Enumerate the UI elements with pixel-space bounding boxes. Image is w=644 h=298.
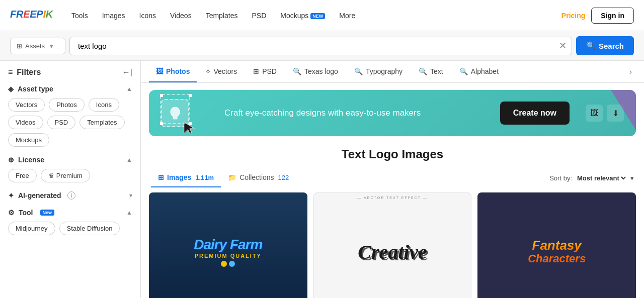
create-now-button[interactable]: Create now	[500, 102, 570, 125]
search-button[interactable]: 🔍 Search	[576, 36, 634, 55]
chip-vectors[interactable]: Vectors	[8, 98, 45, 112]
search-icon: 🔍	[586, 41, 596, 50]
sidebar-header: ≡ Filters ←|	[8, 68, 132, 77]
banner-text: Craft eye-catching designs with easy-to-…	[199, 108, 490, 118]
info-icon: i	[67, 191, 75, 200]
image-card-fantasy[interactable]: Fantasy Characters	[477, 192, 636, 298]
chip-templates[interactable]: Templates	[79, 116, 124, 129]
license-toggle: ▲	[126, 156, 132, 163]
chip-icons[interactable]: Icons	[89, 98, 119, 112]
crown-icon: ♛	[48, 172, 54, 179]
tool-chips: Midjourney Stable Diffusion	[8, 222, 132, 235]
dairy-subtitle: PREMIUM QUALITY	[194, 253, 262, 259]
tool-section: ⚙ Tool New ▲ Midjourney Stable Diffusion	[8, 209, 132, 235]
dairy-farm-text: Dairy Farm PREMIUM QUALITY	[194, 237, 262, 267]
nav-right: Pricing Sign in	[561, 8, 634, 24]
ai-generated-section: ✦ AI-generated i ▾	[8, 191, 132, 200]
vector-icon: ⟡	[206, 67, 210, 75]
images-count: 1.11m	[195, 174, 214, 181]
chip-stable-diffusion[interactable]: Stable Diffusion	[59, 222, 120, 235]
images-icon: ⊞	[158, 173, 164, 181]
image-card-creative[interactable]: — VECTOR TEXT EFFECT — Creative — FULLY …	[313, 192, 472, 298]
tool-icon: ⚙	[8, 209, 15, 217]
fantasy-line2: Characters	[528, 252, 586, 265]
sort-select[interactable]: Most relevant Newest Most popular	[575, 174, 627, 182]
promo-banner: Craft eye-catching designs with easy-to-…	[149, 90, 636, 136]
photo-icon: 🖼	[156, 67, 163, 75]
sidebar: ≡ Filters ←| ◈ Asset type ▲ Vectors Phot…	[0, 61, 141, 298]
creative-header-text: — VECTOR TEXT EFFECT —	[357, 196, 428, 200]
filter-icon: ≡	[8, 68, 13, 77]
filter-tab-alphabet[interactable]: 🔍 Alphabet	[452, 61, 506, 82]
nav-more[interactable]: More	[333, 9, 361, 23]
collections-icon: 📁	[228, 173, 236, 181]
filter-tab-texas[interactable]: 🔍 Texas logo	[286, 61, 345, 82]
license-icon: ⊕	[8, 156, 14, 164]
main-layout: ≡ Filters ←| ◈ Asset type ▲ Vectors Phot…	[0, 61, 644, 298]
results-tab-group: ⊞ Images 1.11m 📁 Collections 122	[151, 168, 296, 187]
search-icon-texas: 🔍	[293, 67, 301, 75]
nav-images[interactable]: Images	[96, 9, 131, 23]
search-icon-alphabet: 🔍	[459, 67, 468, 75]
filter-tab-typography[interactable]: 🔍 Typography	[347, 61, 410, 82]
chip-midjourney[interactable]: Midjourney	[8, 222, 55, 235]
pricing-link[interactable]: Pricing	[561, 12, 585, 20]
chip-premium[interactable]: ♛Premium	[41, 169, 90, 182]
asset-type-chips: Vectors Photos Icons Videos PSD Template…	[8, 98, 132, 147]
dairy-title: Dairy Farm	[194, 237, 262, 253]
image-card-dairy-farm[interactable]: Dairy Farm PREMIUM QUALITY	[149, 192, 307, 298]
svg-text:FREEPIK: FREEPIK	[10, 8, 54, 19]
signin-button[interactable]: Sign in	[591, 8, 634, 24]
new-badge: NEW	[310, 13, 325, 19]
filter-tab-photos[interactable]: 🖼 Photos	[149, 61, 197, 82]
nav-videos[interactable]: Videos	[164, 9, 198, 23]
license-header[interactable]: ⊕ License ▲	[8, 156, 132, 164]
fantasy-text: Fantasy Characters	[528, 238, 586, 266]
filter-tab-text[interactable]: 🔍 Text	[412, 61, 450, 82]
filter-tab-vectors[interactable]: ⟡ Vectors	[199, 61, 244, 82]
ai-generated-title: ✦ AI-generated i	[8, 191, 75, 200]
nav-mockups[interactable]: MockupsNEW	[274, 9, 331, 23]
search-icon-typography: 🔍	[354, 67, 363, 75]
filter-tab-psd[interactable]: ⊞ PSD	[246, 61, 284, 82]
dropdown-chevron-icon: ▾	[50, 42, 53, 50]
collapse-sidebar-button[interactable]: ←|	[122, 68, 132, 77]
asset-type-section: ◈ Asset type ▲ Vectors Photos Icons Vide…	[8, 85, 132, 147]
results-tab-images[interactable]: ⊞ Images 1.11m	[151, 168, 221, 187]
results-title: Text Logo Images	[141, 143, 644, 168]
tool-toggle: ▲	[126, 209, 132, 216]
results-tab-collections[interactable]: 📁 Collections 122	[221, 168, 296, 187]
asset-type-toggle: ▲	[126, 85, 132, 92]
search-input-wrap: ✕	[69, 37, 572, 55]
nav-templates[interactable]: Templates	[200, 9, 244, 23]
asset-type-title: ◈ Asset type	[8, 85, 53, 93]
psd-icon: ⊞	[253, 67, 259, 75]
sort-chevron-icon: ▾	[630, 174, 634, 182]
clear-button[interactable]: ✕	[559, 40, 567, 51]
fantasy-line1: Fantasy	[528, 238, 586, 253]
chip-photos[interactable]: Photos	[49, 98, 84, 112]
chip-psd[interactable]: PSD	[47, 116, 76, 129]
main-content: 🖼 Photos ⟡ Vectors ⊞ PSD 🔍 Texas logo 🔍 …	[141, 61, 644, 298]
chip-videos[interactable]: Videos	[8, 116, 43, 129]
ai-generated-header[interactable]: ✦ AI-generated i ▾	[8, 191, 132, 200]
main-nav: Tools Images Icons Videos Templates PSD …	[65, 9, 561, 23]
filter-tabs-next[interactable]: ›	[625, 63, 636, 80]
asset-dropdown[interactable]: ⊞ Assets ▾	[10, 38, 65, 54]
nav-psd[interactable]: PSD	[246, 9, 272, 23]
license-chips: Free ♛Premium	[8, 169, 132, 182]
ai-icon: ✦	[8, 191, 14, 200]
chip-mockups[interactable]: Mockups	[8, 133, 49, 147]
logo[interactable]: FREEPIK	[10, 6, 65, 25]
tool-title: ⚙ Tool New	[8, 209, 54, 217]
asset-type-header[interactable]: ◈ Asset type ▲	[8, 85, 132, 93]
chip-free[interactable]: Free	[8, 169, 37, 182]
collections-count: 122	[278, 174, 289, 181]
tool-header[interactable]: ⚙ Tool New ▲	[8, 209, 132, 217]
license-section: ⊕ License ▲ Free ♛Premium	[8, 156, 132, 182]
nav-icons[interactable]: Icons	[133, 9, 162, 23]
nav-tools[interactable]: Tools	[65, 9, 94, 23]
results-tabs-row: ⊞ Images 1.11m 📁 Collections 122 Sort by…	[141, 168, 644, 192]
creative-text: Creative	[358, 240, 427, 264]
search-input[interactable]	[75, 37, 559, 55]
